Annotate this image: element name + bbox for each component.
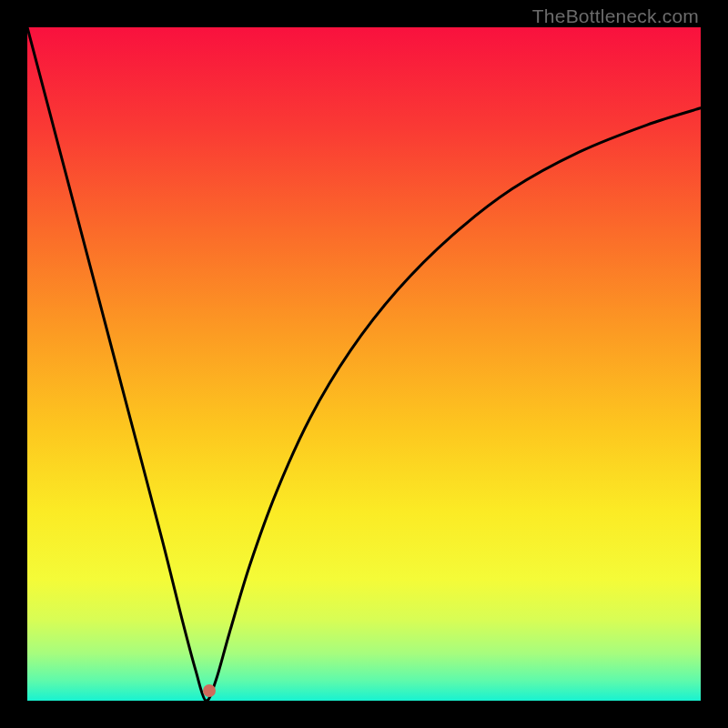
chart-frame: TheBottleneck.com	[0, 0, 728, 728]
minimum-marker-dot	[203, 684, 216, 697]
bottleneck-curve	[27, 27, 701, 701]
plot-area	[27, 27, 701, 701]
watermark-text: TheBottleneck.com	[532, 5, 699, 27]
